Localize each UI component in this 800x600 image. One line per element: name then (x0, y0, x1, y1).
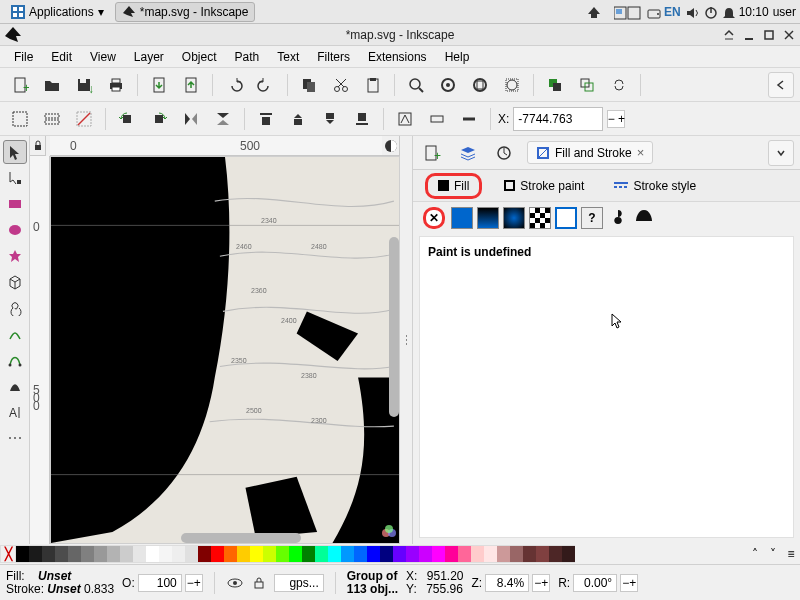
palette-swatch[interactable] (510, 545, 523, 563)
layer-selector[interactable]: gps... (274, 574, 324, 592)
volume-icon[interactable] (685, 5, 699, 19)
rotate-ccw-button[interactable] (113, 105, 141, 133)
x-coord-spinner[interactable]: − + (607, 110, 625, 128)
new-dialog-icon[interactable]: + (419, 140, 445, 166)
palette-swatch[interactable] (484, 545, 497, 563)
power-icon[interactable] (703, 5, 717, 19)
undo-button[interactable] (220, 71, 248, 99)
tray-app-icon[interactable] (586, 5, 600, 19)
x-coord-input[interactable]: -7744.763 (513, 107, 603, 131)
clock[interactable]: 10:10 (739, 5, 769, 19)
language-indicator[interactable]: EN (664, 5, 681, 19)
palette-swatch[interactable] (471, 545, 484, 563)
palette-swatch[interactable] (562, 545, 575, 563)
flip-horizontal-button[interactable] (177, 105, 205, 133)
lower-bottom-button[interactable] (348, 105, 376, 133)
palette-swatch[interactable] (380, 545, 393, 563)
opacity-input[interactable]: 100 (138, 574, 182, 592)
spiral-tool[interactable] (3, 296, 27, 320)
rectangle-tool[interactable] (3, 192, 27, 216)
menu-view[interactable]: View (82, 48, 124, 66)
palette-swatch[interactable] (16, 545, 29, 563)
print-button[interactable] (102, 71, 130, 99)
close-button[interactable] (782, 28, 796, 42)
close-tab-icon[interactable]: × (637, 145, 645, 160)
palette-swatch[interactable] (120, 545, 133, 563)
menu-edit[interactable]: Edit (43, 48, 80, 66)
palette-swatch[interactable] (445, 545, 458, 563)
notifications-icon[interactable] (721, 5, 735, 19)
dock-splitter[interactable] (400, 136, 412, 544)
palette-swatch[interactable] (549, 545, 562, 563)
palette-swatch[interactable] (536, 545, 549, 563)
toggle-affect-button-3[interactable] (455, 105, 483, 133)
color-mode-icon[interactable] (381, 525, 397, 541)
window-hide-decorations-button[interactable] (722, 28, 736, 42)
zoom-drawing-button[interactable] (434, 71, 462, 99)
raise-top-button[interactable] (252, 105, 280, 133)
workspace-switcher-icon[interactable] (614, 5, 642, 19)
palette-swatch[interactable] (185, 545, 198, 563)
palette-swatch[interactable] (497, 545, 510, 563)
paint-mesh2-button[interactable] (633, 207, 655, 229)
cut-button[interactable] (327, 71, 355, 99)
palette-swatch[interactable] (458, 545, 471, 563)
palette-swatch[interactable] (133, 545, 146, 563)
palette-swatch[interactable] (393, 545, 406, 563)
palette-swatch[interactable] (367, 545, 380, 563)
palette-swatch[interactable] (406, 545, 419, 563)
horizontal-scrollbar[interactable] (181, 533, 301, 543)
menu-text[interactable]: Text (269, 48, 307, 66)
export-button[interactable] (177, 71, 205, 99)
paint-none-button[interactable]: ✕ (423, 207, 445, 229)
star-tool[interactable] (3, 244, 27, 268)
redo-button[interactable] (252, 71, 280, 99)
palette-swatch[interactable] (55, 545, 68, 563)
deselect-button[interactable] (70, 105, 98, 133)
menu-filters[interactable]: Filters (309, 48, 358, 66)
paint-flat-button[interactable] (451, 207, 473, 229)
palette-swatch[interactable] (315, 545, 328, 563)
duplicate-button[interactable] (541, 71, 569, 99)
3dbox-tool[interactable] (3, 270, 27, 294)
text-tool[interactable]: A (3, 400, 27, 424)
paint-mesh1-button[interactable] (607, 207, 629, 229)
vertical-ruler[interactable]: 0 5 0 0 (30, 156, 50, 544)
save-button[interactable]: ↓ (70, 71, 98, 99)
object-properties-dialog-icon[interactable] (491, 140, 517, 166)
copy-button[interactable] (295, 71, 323, 99)
horizontal-ruler[interactable]: 0 500 (50, 136, 382, 156)
palette-none-swatch[interactable]: ╳ (0, 545, 16, 563)
zoom-page-button[interactable] (466, 71, 494, 99)
palette-swatch[interactable] (341, 545, 354, 563)
paint-pattern-button[interactable] (529, 207, 551, 229)
paint-swatch-button[interactable] (555, 207, 577, 229)
zoom-input[interactable]: 8.4% (485, 574, 529, 592)
palette-scroll-down-icon[interactable]: ˅ (764, 546, 782, 562)
ellipse-tool[interactable] (3, 218, 27, 242)
palette-swatch[interactable] (289, 545, 302, 563)
palette-swatch[interactable] (29, 545, 42, 563)
flip-vertical-button[interactable] (209, 105, 237, 133)
unlink-clone-button[interactable] (605, 71, 633, 99)
palette-swatch[interactable] (237, 545, 250, 563)
palette-menu-icon[interactable]: ≡ (782, 546, 800, 562)
zoom-selection-button[interactable] (402, 71, 430, 99)
status-stroke-value[interactable]: Unset (47, 582, 80, 596)
minimize-button[interactable] (742, 28, 756, 42)
palette-swatch[interactable] (354, 545, 367, 563)
palette-swatch[interactable] (276, 545, 289, 563)
raise-button[interactable] (284, 105, 312, 133)
selector-tool[interactable] (3, 140, 27, 164)
vertical-scrollbar[interactable] (389, 237, 399, 417)
more-tools-icon[interactable] (3, 426, 27, 450)
select-all-layers-button[interactable] (38, 105, 66, 133)
paste-button[interactable] (359, 71, 387, 99)
toolbar-overflow-button[interactable] (768, 72, 794, 98)
lock-guides-button[interactable] (30, 136, 46, 156)
status-fill-value[interactable]: Unset (38, 569, 71, 583)
palette-swatch[interactable] (302, 545, 315, 563)
paint-unknown-button[interactable]: ? (581, 207, 603, 229)
canvas[interactable]: 2340 2460 2480 2360 2400 2350 2380 2500 … (50, 156, 400, 544)
paint-radial-gradient-button[interactable] (503, 207, 525, 229)
